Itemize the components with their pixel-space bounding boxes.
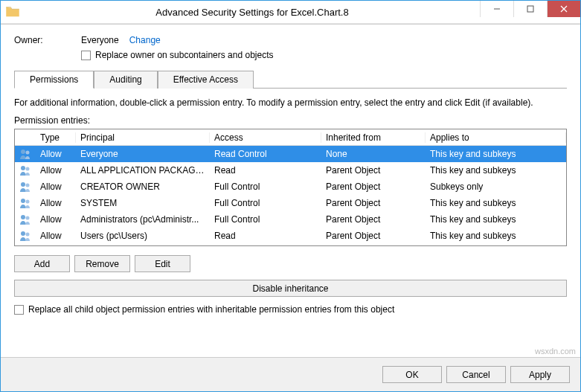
content-area: Owner: Everyone Change Replace owner on … [1,25,580,315]
cell-principal: SYSTEM [76,198,210,208]
apply-button[interactable]: Apply [510,366,570,383]
col-type[interactable]: Type [36,132,76,143]
users-icon [15,164,36,176]
users-icon [15,181,36,193]
users-icon [15,230,36,242]
cell-principal: CREATOR OWNER [76,181,210,192]
col-inherited[interactable]: Inherited from [321,132,426,143]
cell-type: Allow [36,214,76,225]
svg-point-6 [21,166,25,170]
cell-access: Full Control [210,181,321,192]
cell-applies: This key and subkeys [426,165,566,176]
cell-inherited: Parent Object [321,181,426,192]
entry-buttons: Add Remove Edit [14,255,567,272]
cell-access: Read [210,231,321,241]
svg-point-5 [26,151,30,155]
cell-inherited: Parent Object [321,165,426,176]
svg-rect-1 [527,6,533,12]
cell-applies: Subkeys only [426,181,566,192]
svg-point-13 [26,216,30,220]
svg-point-12 [21,215,25,219]
permissions-panel: For additional information, double-click… [14,89,567,315]
cell-type: Allow [36,181,76,192]
cell-applies: This key and subkeys [426,198,566,208]
cell-principal: Administrators (pc\Administr... [76,214,210,225]
cell-inherited: Parent Object [321,214,426,225]
replace-all-row: Replace all child object permission entr… [14,304,567,315]
cell-type: Allow [36,149,76,159]
replace-owner-label: Replace owner on subcontainers and objec… [95,50,273,60]
window-title: Advanced Security Settings for Excel.Cha… [25,7,480,18]
table-row[interactable]: AllowCREATOR OWNERFull ControlParent Obj… [15,179,566,195]
security-settings-window: Advanced Security Settings for Excel.Cha… [0,0,581,392]
cell-applies: This key and subkeys [426,231,566,241]
col-principal[interactable]: Principal [76,132,210,143]
col-access[interactable]: Access [210,132,321,143]
cell-inherited: Parent Object [321,231,426,241]
cell-applies: This key and subkeys [426,149,566,159]
tab-strip: Permissions Auditing Effective Access [14,71,567,89]
svg-point-8 [21,182,25,187]
owner-label: Owner: [14,35,81,45]
cell-access: Full Control [210,214,321,225]
cell-type: Allow [36,165,76,176]
replace-owner-checkbox[interactable] [81,51,91,60]
svg-point-9 [26,184,30,187]
edit-button[interactable]: Edit [135,255,190,272]
minimize-button[interactable] [480,1,513,17]
inheritance-row: Disable inheritance [14,280,567,297]
svg-point-15 [26,233,30,237]
change-owner-link[interactable]: Change [129,35,161,45]
permission-grid: Type Principal Access Inherited from App… [14,129,567,246]
remove-button[interactable]: Remove [74,255,130,272]
svg-point-14 [21,231,25,236]
owner-row: Owner: Everyone Change [14,35,567,45]
users-icon [15,213,36,225]
tab-auditing[interactable]: Auditing [94,71,157,89]
grid-header: Type Principal Access Inherited from App… [15,129,566,146]
cell-access: Read Control [210,149,321,159]
folder-icon [5,4,20,19]
svg-point-11 [26,200,30,204]
cell-access: Read [210,165,321,176]
table-row[interactable]: AllowEveryoneRead ControlNoneThis key an… [15,146,566,162]
table-row[interactable]: AllowALL APPLICATION PACKAGESReadParent … [15,162,566,179]
grid-body: AllowEveryoneRead ControlNoneThis key an… [15,146,566,244]
cell-principal: Everyone [76,149,210,159]
window-controls [480,1,580,17]
col-applies[interactable]: Applies to [426,132,566,143]
cell-access: Full Control [210,198,321,208]
cell-principal: Users (pc\Users) [76,231,210,241]
table-row[interactable]: AllowAdministrators (pc\Administr...Full… [15,211,566,228]
maximize-button[interactable] [513,1,547,17]
tab-effective-access[interactable]: Effective Access [158,71,254,89]
svg-point-4 [21,150,25,154]
table-row[interactable]: AllowUsers (pc\Users)ReadParent ObjectTh… [15,228,566,244]
disable-inheritance-button[interactable]: Disable inheritance [14,280,567,297]
cancel-button[interactable]: Cancel [446,366,506,383]
users-icon [15,197,36,209]
ok-button[interactable]: OK [382,366,442,383]
svg-point-10 [21,199,25,203]
entries-label: Permission entries: [14,115,567,126]
dialog-footer: OK Cancel Apply [1,357,580,391]
replace-owner-row: Replace owner on subcontainers and objec… [81,50,567,60]
owner-value: Everyone [81,35,119,45]
info-text: For additional information, double-click… [14,97,567,108]
cell-type: Allow [36,198,76,208]
cell-inherited: Parent Object [321,198,426,208]
titlebar: Advanced Security Settings for Excel.Cha… [1,1,580,23]
replace-all-label: Replace all child object permission entr… [28,304,394,315]
add-button[interactable]: Add [14,255,70,272]
cell-principal: ALL APPLICATION PACKAGES [76,165,210,176]
cell-applies: This key and subkeys [426,214,566,225]
cell-inherited: None [321,149,426,159]
watermark: wsxdn.com [535,347,576,356]
cell-type: Allow [36,231,76,241]
tab-permissions[interactable]: Permissions [14,71,94,89]
svg-point-7 [26,167,30,171]
replace-all-checkbox[interactable] [14,305,24,315]
users-icon [15,148,36,160]
close-button[interactable] [547,1,580,17]
table-row[interactable]: AllowSYSTEMFull ControlParent ObjectThis… [15,195,566,211]
